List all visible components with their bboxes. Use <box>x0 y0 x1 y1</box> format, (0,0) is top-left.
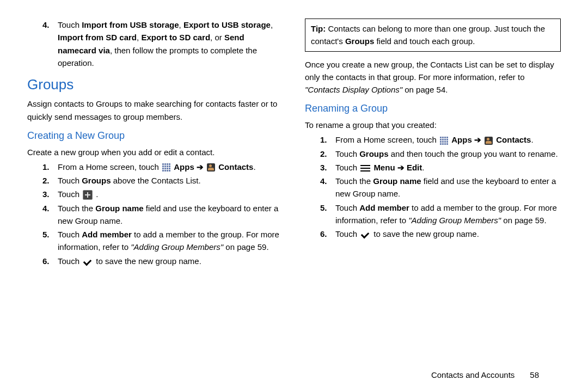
step-body: From a Home screen, touch Apps ➔ Contact… <box>335 133 561 146</box>
arrow-icon: ➔ <box>472 135 483 144</box>
check-icon <box>83 258 93 266</box>
step-body: Touch to save the new group name. <box>58 255 283 267</box>
step-3: 3. Touch . <box>27 188 283 200</box>
step-body: Touch the Group name field and use the k… <box>335 175 561 200</box>
step-6: 6. Touch to save the new group name. <box>27 255 283 267</box>
manual-page: 4. Touch Import from USB storage, Export… <box>0 0 588 392</box>
apps-grid-icon <box>440 137 448 145</box>
creating-steps: 1. From a Home screen, touch Apps ➔ Cont… <box>27 161 283 267</box>
contacts-icon <box>207 163 215 171</box>
import-export-steps: 4. Touch Import from USB storage, Export… <box>27 19 283 69</box>
step-number: 5. <box>27 228 58 254</box>
step-number: 4. <box>27 202 58 228</box>
step-1: 1. From a Home screen, touch Apps ➔ Cont… <box>27 161 283 173</box>
renaming-intro: To rename a group that you created: <box>305 119 561 131</box>
step-body: Touch Groups and then touch the group yo… <box>335 148 561 160</box>
step-2: 2. Touch Groups and then touch the group… <box>305 148 561 160</box>
step-body: Touch Add member to add a member to the … <box>58 228 283 254</box>
step-body: Touch Groups above the Contacts List. <box>58 174 283 187</box>
heading-renaming-group: Renaming a Group <box>305 101 561 117</box>
step-2: 2. Touch Groups above the Contacts List. <box>27 174 283 187</box>
heading-creating-group: Creating a New Group <box>27 128 283 144</box>
heading-groups: Groups <box>27 74 283 95</box>
contacts-icon <box>485 137 493 145</box>
step-number: 1. <box>305 133 335 146</box>
left-column: 4. Touch Import from USB storage, Export… <box>27 16 283 363</box>
step-6: 6. Touch to save the new group name. <box>305 228 561 240</box>
renaming-steps: 1. From a Home screen, touch Apps ➔ Cont… <box>305 133 561 240</box>
step-number: 3. <box>305 161 335 174</box>
tip-label: Tip: <box>311 24 326 33</box>
step-body: Touch . <box>58 188 283 200</box>
step-4: 4. Touch Import from USB storage, Export… <box>27 19 283 69</box>
apps-grid-icon <box>162 163 170 171</box>
menu-icon <box>360 164 370 172</box>
display-options-para: Once you create a new group, the Contact… <box>305 58 561 96</box>
tip-box: Tip: Contacts can belong to more than on… <box>305 19 561 52</box>
step-number: 4. <box>27 19 58 69</box>
step-number: 6. <box>27 255 58 267</box>
step-number: 2. <box>305 148 335 160</box>
step-number: 5. <box>305 201 335 227</box>
arrow-icon: ➔ <box>194 162 206 171</box>
footer-section: Contacts and Accounts <box>431 370 514 379</box>
step-body: Touch Import from USB storage, Export to… <box>58 19 283 69</box>
page-footer: Contacts and Accounts58 <box>27 363 561 381</box>
step-body: Touch Add member to add a member to the … <box>335 201 561 227</box>
step-4: 4. Touch the Group name field and use th… <box>305 175 561 200</box>
plus-icon <box>83 190 93 200</box>
columns: 4. Touch Import from USB storage, Export… <box>27 16 561 363</box>
step-number: 3. <box>27 188 58 200</box>
step-body: Touch to save the new group name. <box>335 228 561 240</box>
step-number: 1. <box>27 161 58 173</box>
step-1: 1. From a Home screen, touch Apps ➔ Cont… <box>305 133 561 146</box>
groups-intro: Assign contacts to Groups to make search… <box>27 97 283 123</box>
step-body: Touch the Group name field and use the k… <box>58 202 283 228</box>
step-number: 6. <box>305 228 335 240</box>
step-5: 5. Touch Add member to add a member to t… <box>305 201 561 227</box>
step-number: 4. <box>305 175 335 200</box>
check-icon <box>360 231 370 238</box>
step-body: Touch Menu ➔ Edit. <box>335 161 561 174</box>
creating-intro: Create a new group when you add or edit … <box>27 146 283 158</box>
step-4: 4. Touch the Group name field and use th… <box>27 202 283 228</box>
right-column: Tip: Contacts can belong to more than on… <box>305 16 561 363</box>
page-number: 58 <box>530 370 539 379</box>
step-number: 2. <box>27 174 58 187</box>
step-5: 5. Touch Add member to add a member to t… <box>27 228 283 254</box>
step-3: 3. Touch Menu ➔ Edit. <box>305 161 561 174</box>
arrow-icon: ➔ <box>395 163 407 172</box>
step-body: From a Home screen, touch Apps ➔ Contact… <box>58 161 283 173</box>
